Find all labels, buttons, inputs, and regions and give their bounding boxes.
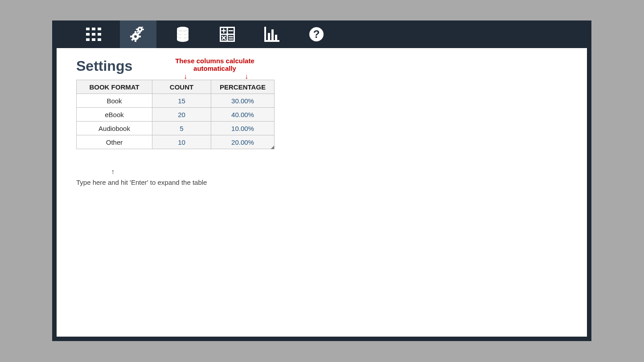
expand-table-hint: ↑ Type here and hit 'Enter' to expand th… [76, 168, 567, 186]
toolbar: ? [52, 20, 591, 48]
toolbar-chart-button[interactable] [254, 20, 290, 48]
svg-rect-37 [264, 40, 279, 42]
expand-table-hint-text: Type here and hit 'Enter' to expand the … [76, 179, 567, 186]
down-arrow-icon: ↓ [245, 73, 248, 80]
cell-format[interactable]: eBook [77, 108, 152, 122]
cell-count[interactable]: 15 [152, 94, 211, 108]
toolbar-calc-button[interactable] [209, 20, 246, 48]
svg-rect-1 [92, 28, 95, 30]
apps-icon [86, 28, 101, 41]
svg-point-18 [134, 35, 137, 38]
settings-table-wrap: BOOK FORMAT COUNT PERCENTAGE Book 15 30.… [76, 80, 274, 149]
content-area: Settings These columns calculate automat… [57, 48, 587, 337]
svg-rect-6 [86, 38, 90, 41]
svg-rect-21 [130, 36, 132, 37]
svg-rect-38 [268, 33, 270, 40]
gears-icon [130, 27, 146, 42]
cell-percentage[interactable]: 30.00% [211, 94, 275, 108]
svg-rect-13 [136, 29, 138, 30]
toolbar-settings-button[interactable] [120, 20, 156, 48]
table-row[interactable]: Other 10 20.00% [77, 135, 275, 149]
table-header-row: BOOK FORMAT COUNT PERCENTAGE [77, 80, 275, 94]
bar-chart-icon [264, 27, 279, 42]
svg-rect-20 [135, 40, 136, 42]
auto-calc-hint: These columns calculate automatically ↓ … [159, 57, 271, 81]
svg-rect-7 [92, 38, 95, 41]
database-icon [176, 27, 189, 42]
svg-rect-5 [98, 33, 101, 36]
svg-rect-3 [86, 33, 90, 36]
svg-rect-0 [86, 28, 90, 30]
svg-rect-40 [275, 35, 277, 40]
cell-percentage[interactable]: 20.00% [211, 135, 275, 149]
cell-format[interactable]: Book [77, 94, 152, 108]
cell-format[interactable]: Audiobook [77, 122, 152, 135]
settings-table[interactable]: BOOK FORMAT COUNT PERCENTAGE Book 15 30.… [76, 80, 275, 149]
cell-count[interactable]: 5 [152, 122, 211, 135]
toolbar-apps-button[interactable] [75, 20, 112, 48]
cell-percentage[interactable]: 40.00% [211, 108, 275, 122]
down-arrow-icon: ↓ [184, 73, 187, 80]
up-arrow-icon: ↑ [111, 168, 567, 176]
svg-rect-14 [142, 29, 144, 30]
auto-calc-hint-text: These columns calculate automatically [159, 57, 271, 72]
app-frame: ? Settings These columns calculate autom… [52, 20, 591, 341]
header-percentage: PERCENTAGE [211, 80, 275, 94]
svg-rect-39 [271, 29, 274, 40]
toolbar-data-button[interactable] [164, 20, 201, 48]
svg-rect-22 [139, 36, 141, 37]
svg-point-10 [139, 28, 141, 30]
toolbar-help-button[interactable]: ? [298, 20, 335, 48]
svg-rect-11 [139, 27, 141, 27]
svg-rect-8 [98, 38, 101, 41]
help-icon: ? [309, 27, 324, 42]
cell-percentage[interactable]: 10.00% [211, 122, 275, 135]
table-resize-handle[interactable] [271, 146, 274, 149]
cell-count[interactable]: 10 [152, 135, 211, 149]
table-row[interactable]: Audiobook 5 10.00% [77, 122, 275, 135]
table-row[interactable]: eBook 20 40.00% [77, 108, 275, 122]
svg-rect-2 [98, 28, 101, 30]
svg-rect-19 [135, 31, 136, 33]
table-row[interactable]: Book 15 30.00% [77, 94, 275, 108]
svg-point-25 [177, 27, 189, 31]
svg-text:?: ? [313, 28, 320, 40]
header-count: COUNT [152, 80, 211, 94]
page-title: Settings [76, 58, 567, 74]
cell-count[interactable]: 20 [152, 108, 211, 122]
calculator-icon [220, 27, 235, 42]
svg-rect-36 [264, 27, 266, 42]
header-format: BOOK FORMAT [77, 80, 152, 94]
svg-rect-4 [92, 33, 95, 36]
cell-format[interactable]: Other [77, 135, 152, 149]
